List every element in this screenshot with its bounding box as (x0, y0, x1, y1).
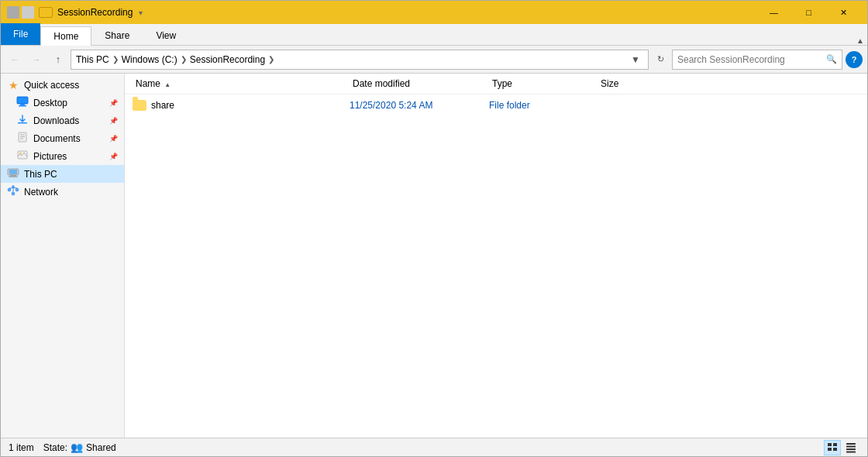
help-button[interactable]: ? (846, 51, 863, 68)
sidebar: ★ Quick access Desktop 📌 Downloads (1, 74, 125, 438)
pin-icon-desktop: 📌 (109, 99, 118, 107)
list-view-button[interactable] (842, 440, 859, 455)
search-box: 🔍 (672, 50, 842, 70)
title-bar-quick-access-icons (7, 6, 34, 19)
sidebar-item-thispc[interactable]: This PC (1, 165, 124, 183)
refresh-button[interactable]: ↻ (652, 51, 669, 68)
svg-point-14 (12, 192, 15, 195)
tab-home[interactable]: Home (40, 26, 91, 46)
svg-rect-0 (17, 97, 28, 104)
svg-point-15 (8, 188, 11, 191)
close-button[interactable]: ✕ (826, 1, 861, 24)
minimize-button[interactable]: — (756, 1, 791, 24)
ribbon-tabs: File Home Share View ▲ (1, 24, 867, 46)
state-label: State: (43, 442, 67, 453)
address-box[interactable]: This PC ❯ Windows (C:) ❯ SessionRecordin… (71, 50, 649, 70)
sidebar-item-downloads[interactable]: Downloads 📌 (1, 112, 124, 129)
maximize-button[interactable]: □ (791, 1, 826, 24)
file-list: share 11/25/2020 5:24 AM File folder (125, 94, 867, 116)
svg-rect-25 (846, 443, 856, 445)
svg-rect-2 (19, 105, 26, 107)
save-icon[interactable] (7, 6, 19, 19)
table-row[interactable]: share 11/25/2020 5:24 AM File folder (125, 98, 867, 113)
svg-rect-1 (20, 104, 25, 105)
tab-file[interactable]: File (1, 23, 40, 45)
breadcrumb-sep-1: ❯ (112, 55, 119, 64)
breadcrumb-sessionrecording[interactable]: SessionRecording (190, 54, 265, 65)
pin-icon-pictures: 📌 (109, 153, 118, 160)
svg-rect-22 (833, 443, 837, 446)
sidebar-label-pictures: Pictures (33, 151, 67, 162)
address-bar-area: ← → ↑ This PC ❯ Windows (C:) ❯ SessionRe… (1, 46, 867, 74)
file-date: 11/25/2020 5:24 AM (350, 100, 489, 111)
svg-rect-13 (9, 170, 17, 174)
file-name-cell: share (133, 100, 350, 111)
folder-title-icon (39, 7, 53, 18)
sidebar-label-quickaccess: Quick access (24, 80, 79, 91)
status-bar: 1 item State: 👥 Shared (1, 438, 867, 456)
back-button[interactable]: ← (5, 50, 24, 69)
breadcrumb-windows[interactable]: Windows (C:) (122, 54, 177, 65)
sidebar-item-documents[interactable]: Documents 📌 (1, 129, 124, 147)
tab-view[interactable]: View (143, 26, 189, 45)
details-view-button[interactable] (824, 440, 841, 455)
pin-icon-downloads: 📌 (109, 117, 118, 125)
col-header-date[interactable]: Date modified (350, 77, 489, 91)
window-controls: — □ ✕ (756, 1, 861, 24)
svg-rect-28 (846, 451, 856, 452)
pictures-icon (16, 149, 29, 163)
breadcrumb-sep-2: ❯ (181, 55, 187, 64)
col-header-size[interactable]: Size (598, 77, 675, 91)
sort-indicator-name: ▲ (164, 81, 170, 88)
shared-state: State: 👥 Shared (43, 442, 116, 453)
forward-button[interactable]: → (27, 50, 46, 69)
title-bar: SessionRecording ▾ — □ ✕ (1, 1, 867, 24)
desktop-icon (16, 96, 29, 109)
title-dropdown-icon[interactable]: ▾ (139, 9, 143, 17)
sidebar-label-network: Network (24, 187, 58, 198)
undo-icon[interactable] (22, 6, 34, 19)
col-header-name[interactable]: Name ▲ (133, 77, 350, 91)
breadcrumb: This PC ❯ Windows (C:) ❯ SessionRecordin… (76, 54, 625, 65)
col-header-type[interactable]: Type (489, 77, 598, 91)
svg-rect-4 (19, 132, 26, 142)
quickaccess-icon: ★ (7, 79, 19, 91)
network-icon (7, 185, 19, 198)
sidebar-label-downloads: Downloads (33, 115, 79, 126)
pin-icon-documents: 📌 (109, 135, 118, 143)
search-icon[interactable]: 🔍 (826, 54, 837, 64)
search-input[interactable] (677, 54, 823, 65)
shared-users-icon: 👥 (71, 442, 83, 453)
status-left: 1 item State: 👥 Shared (9, 442, 116, 453)
file-type: File folder (489, 100, 598, 111)
sidebar-label-documents: Documents (33, 133, 81, 144)
svg-rect-21 (828, 443, 832, 446)
breadcrumb-thispc[interactable]: This PC (76, 54, 109, 65)
sidebar-item-network[interactable]: Network (1, 183, 124, 201)
sidebar-item-pictures[interactable]: Pictures 📌 (1, 147, 124, 165)
svg-rect-3 (18, 122, 27, 124)
thispc-icon (7, 167, 19, 180)
sidebar-item-quickaccess[interactable]: ★ Quick access (1, 77, 124, 94)
sidebar-label-desktop: Desktop (33, 98, 67, 108)
main-area: ★ Quick access Desktop 📌 Downloads (1, 74, 867, 438)
ribbon-expand-button[interactable]: ▲ (853, 36, 867, 45)
file-name: share (151, 100, 174, 111)
sidebar-label-thispc: This PC (24, 169, 57, 180)
downloads-icon (16, 114, 29, 127)
folder-icon (133, 100, 146, 111)
tab-share[interactable]: Share (91, 26, 143, 45)
svg-rect-24 (833, 448, 837, 451)
up-button[interactable]: ↑ (49, 50, 67, 69)
svg-line-19 (13, 188, 17, 189)
address-dropdown-button[interactable]: ▼ (628, 54, 643, 65)
documents-icon (16, 132, 29, 145)
state-value: Shared (86, 442, 116, 453)
svg-rect-23 (828, 448, 832, 451)
sidebar-item-desktop[interactable]: Desktop 📌 (1, 94, 124, 112)
window-title: SessionRecording (57, 7, 133, 18)
svg-rect-11 (10, 175, 16, 177)
breadcrumb-sep-3: ❯ (268, 55, 274, 64)
svg-rect-12 (9, 177, 18, 177)
svg-line-18 (9, 188, 13, 189)
